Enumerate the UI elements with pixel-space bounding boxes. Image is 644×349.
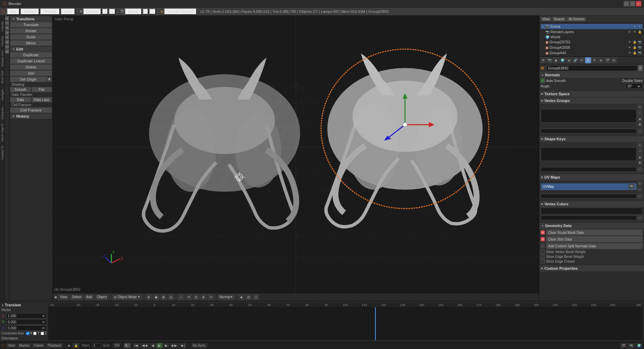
timeline-track[interactable] bbox=[48, 307, 643, 340]
viewport-view-button[interactable]: View bbox=[58, 294, 69, 300]
toolbar-icon-3[interactable]: ↺ bbox=[5, 26, 9, 30]
shape-keys-list[interactable] bbox=[541, 147, 637, 161]
vertex-colors-list[interactable] bbox=[541, 208, 643, 214]
toolbar-icon-8[interactable]: ⊞ bbox=[5, 49, 9, 54]
join-button[interactable]: Join bbox=[10, 70, 52, 76]
titlebar-controls[interactable]: — □ ✕ bbox=[624, 1, 641, 6]
vtab-retopolo[interactable]: Retopolo... bbox=[0, 103, 5, 122]
uv-maps-header[interactable]: UV Maps bbox=[539, 174, 644, 180]
viewport-mode-button[interactable]: ◎ Object Mode ▼ bbox=[112, 294, 142, 300]
toolbar-icon-5[interactable]: ✦ bbox=[5, 35, 9, 39]
vertex-colors-minus-btn[interactable]: − bbox=[637, 215, 643, 221]
custom-properties-header[interactable]: Custom Properties bbox=[539, 265, 644, 271]
shape-key-down-btn[interactable]: ▼ bbox=[637, 160, 643, 165]
uvmap-add-btn[interactable]: + bbox=[637, 181, 643, 186]
set-origin-arrow-button[interactable]: ▼ bbox=[47, 77, 52, 82]
shape-key-remove-btn[interactable]: − bbox=[637, 148, 643, 154]
vertex-group-add-btn[interactable]: + bbox=[637, 104, 643, 110]
ri-object-icon[interactable]: ◈ bbox=[566, 57, 572, 63]
right-header-search-button[interactable]: Search bbox=[552, 17, 566, 21]
normals-header[interactable]: Normals bbox=[539, 72, 644, 78]
vtab-animati[interactable]: Animati... bbox=[0, 17, 5, 34]
group42005-eye-btn[interactable]: 👁 bbox=[627, 45, 632, 50]
clear-skin-button[interactable]: Clear Skin Data bbox=[546, 236, 643, 242]
vertex-group-remove-btn[interactable]: − bbox=[637, 110, 643, 116]
playback-jump-end[interactable]: ▶| bbox=[180, 343, 187, 348]
ri-render-icon[interactable]: ◉ bbox=[553, 57, 559, 63]
constraint-z-checkbox[interactable] bbox=[41, 332, 44, 335]
ri-scene-icon[interactable]: 🎬 bbox=[604, 57, 610, 63]
shape-key-value-field[interactable] bbox=[541, 167, 637, 172]
constraint-y-checkbox[interactable] bbox=[33, 332, 37, 335]
group29753-cam-btn[interactable]: 📷 bbox=[637, 40, 642, 44]
group-name-field[interactable]: Group63892 bbox=[546, 65, 638, 71]
group-f-button[interactable]: F bbox=[638, 65, 643, 71]
tree-group29753[interactable]: ▣ Group29753 👁 🔒 📷 bbox=[541, 39, 643, 45]
vp-knife-icon[interactable]: ✂ bbox=[208, 294, 214, 300]
store-edge-crease-checkbox[interactable] bbox=[541, 259, 545, 263]
tree-renderlayers[interactable]: 📷 RenderLayers ⚙ 👁 🔒 bbox=[541, 29, 643, 35]
renderlayers-eye-btn[interactable]: 👁 bbox=[632, 29, 637, 34]
shape-key-add-btn[interactable]: + bbox=[637, 143, 643, 148]
close-button[interactable]: ✕ bbox=[636, 1, 641, 6]
start-value-field[interactable]: 1 bbox=[92, 343, 101, 348]
ri-physics-icon[interactable]: ⊕ bbox=[598, 57, 604, 63]
group444-cam-btn[interactable]: 📷 bbox=[637, 50, 642, 55]
uvmap-minus-btn[interactable]: − bbox=[637, 193, 643, 199]
renderer-button[interactable]: Blender Render bbox=[164, 8, 197, 15]
playback-prev-frame[interactable]: ◀ bbox=[150, 343, 156, 348]
rotate-button[interactable]: Rotate bbox=[10, 28, 52, 34]
delete-button[interactable]: Delete bbox=[10, 64, 52, 70]
vertex-group-minus-btn[interactable]: − bbox=[637, 128, 643, 134]
status-right-3[interactable]: 🌍 bbox=[636, 343, 643, 348]
toolbar-icon-1[interactable]: ◈ bbox=[5, 16, 9, 20]
tree-group444[interactable]: ▣ Group444 👁 🔒 📷 bbox=[541, 50, 643, 56]
cell-fracture-button[interactable]: Cell Fracture bbox=[10, 107, 52, 113]
vertex-group-up-btn[interactable]: ▲ bbox=[637, 116, 643, 121]
translate-x-field[interactable]: 1.080 ◀▶ bbox=[6, 313, 47, 319]
add-custom-split-checkbox[interactable]: + bbox=[541, 244, 545, 248]
vp-rotate-icon[interactable]: ↺ bbox=[185, 294, 192, 300]
vp-xray-icon[interactable]: ◻ bbox=[253, 294, 259, 300]
ri-modifier-icon[interactable]: ⚙ bbox=[579, 57, 585, 63]
playback-jump-start[interactable]: |◀ bbox=[133, 343, 140, 348]
minimize-button[interactable]: — bbox=[624, 1, 629, 6]
group444-lock-btn[interactable]: 🔒 bbox=[632, 50, 637, 55]
menu-window[interactable]: Window bbox=[40, 8, 60, 15]
history-section-header[interactable]: History bbox=[10, 114, 52, 119]
menu-render[interactable]: Render bbox=[20, 8, 39, 15]
translate-button[interactable]: Translate bbox=[10, 22, 52, 27]
set-origin-button[interactable]: Set Origin bbox=[10, 77, 46, 82]
group29753-lock-btn[interactable]: 🔒 bbox=[632, 40, 637, 44]
angle-field[interactable]: 30° ◀▶ bbox=[626, 83, 643, 89]
status-right-2[interactable]: 📷 bbox=[628, 343, 635, 348]
mirror-button[interactable]: Mirror bbox=[10, 40, 52, 46]
toolbar-icon-6[interactable]: ⊕ bbox=[5, 40, 9, 44]
current-frame-field[interactable]: 4 bbox=[124, 343, 131, 348]
translate-y-field[interactable]: 0.000 ◀▶ bbox=[6, 319, 47, 325]
vp-wire-icon[interactable]: ⊟ bbox=[245, 294, 252, 300]
add-custom-split-button[interactable]: Add Custom Split Normals Data bbox=[546, 243, 643, 249]
vertex-colors-weight-field[interactable] bbox=[541, 215, 637, 220]
edit-section-header[interactable]: Edit bbox=[10, 46, 52, 52]
vp-proportional-icon[interactable]: ◎ bbox=[168, 294, 174, 300]
scene-eye-btn[interactable]: 👁 bbox=[632, 24, 637, 29]
shape-key-up-btn[interactable]: ▲ bbox=[637, 154, 643, 160]
toolbar-icon-4[interactable]: ⊡ bbox=[5, 30, 9, 35]
viewport-object-button[interactable]: Object bbox=[95, 294, 109, 300]
tree-group42005[interactable]: ▣ Group42005 👁 🔒 📷 bbox=[541, 45, 643, 50]
vtab-navigati[interactable]: Navigati... bbox=[0, 85, 5, 103]
maximize-button[interactable]: □ bbox=[630, 1, 635, 6]
status-view-btn[interactable]: View bbox=[6, 343, 17, 348]
uvmap-item[interactable]: UVMap 📷 bbox=[541, 183, 637, 190]
group42005-lock-btn[interactable]: 🔒 bbox=[632, 45, 637, 50]
geometry-data-header[interactable]: Geometry Data bbox=[539, 223, 644, 229]
playback-next-frame[interactable]: ▶ bbox=[163, 343, 169, 348]
status-right-1[interactable]: 🎬 bbox=[620, 343, 627, 348]
uvmap-remove-btn[interactable]: − bbox=[637, 187, 643, 192]
renderlayers-settings-btn[interactable]: ⚙ bbox=[627, 29, 632, 34]
ri-particles-icon[interactable]: ✦ bbox=[591, 57, 598, 63]
viewport-normal-button[interactable]: Normal ▼ bbox=[217, 294, 235, 300]
constraint-x-checkbox[interactable] bbox=[26, 332, 29, 335]
vertex-group-down-btn[interactable]: ▼ bbox=[637, 122, 643, 127]
